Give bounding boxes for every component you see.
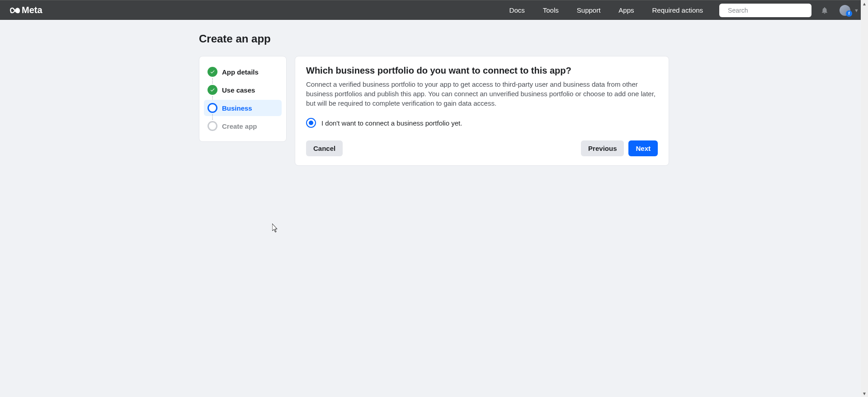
- check-circle-icon: [208, 67, 217, 77]
- infinity-icon: [9, 5, 21, 16]
- step-label: Create app: [222, 122, 257, 130]
- pending-step-icon: [208, 121, 217, 131]
- page-title: Create an app: [199, 33, 669, 45]
- previous-button[interactable]: Previous: [581, 140, 624, 156]
- option-no-portfolio[interactable]: I don't want to connect a business portf…: [306, 118, 658, 128]
- check-circle-icon: [208, 85, 217, 95]
- nav-required-actions[interactable]: Required actions: [652, 6, 703, 14]
- card-title: Which business portfolio do you want to …: [306, 65, 658, 76]
- nav-docs[interactable]: Docs: [509, 6, 525, 14]
- radio-selected-icon: [306, 118, 316, 128]
- scrollbar[interactable]: ▲ ▼: [861, 0, 868, 178]
- search-icon: [724, 7, 724, 14]
- nav-links: Docs Tools Support Apps Required actions: [509, 6, 703, 14]
- brand-text: Meta: [22, 5, 42, 15]
- scroll-up-icon[interactable]: ▲: [861, 0, 868, 7]
- card-description: Connect a verified business portfolio to…: [306, 79, 658, 108]
- cancel-button[interactable]: Cancel: [306, 140, 343, 156]
- chevron-down-icon[interactable]: ▼: [854, 8, 859, 13]
- steps-sidebar: App details Use cases Business: [199, 56, 287, 142]
- step-app-details[interactable]: App details: [204, 64, 282, 80]
- step-label: Business: [222, 104, 252, 112]
- main-content-card: Which business portfolio do you want to …: [295, 56, 669, 166]
- top-navigation-bar: Meta Docs Tools Support Apps Required ac…: [0, 0, 868, 20]
- next-button[interactable]: Next: [628, 140, 658, 156]
- nav-support[interactable]: Support: [577, 6, 601, 14]
- radio-label: I don't want to connect a business portf…: [321, 119, 462, 127]
- notifications-icon[interactable]: [821, 6, 829, 14]
- step-use-cases[interactable]: Use cases: [204, 82, 282, 98]
- user-avatar[interactable]: f: [840, 5, 850, 16]
- meta-logo[interactable]: Meta: [9, 5, 42, 16]
- current-step-icon: [208, 103, 217, 113]
- nav-apps[interactable]: Apps: [618, 6, 634, 14]
- step-label: App details: [222, 68, 259, 76]
- step-business[interactable]: Business: [204, 100, 282, 116]
- topbar-right: f ▼: [821, 5, 859, 16]
- step-label: Use cases: [222, 86, 255, 94]
- facebook-badge-icon: f: [846, 10, 852, 17]
- nav-tools[interactable]: Tools: [543, 6, 559, 14]
- search-box[interactable]: [719, 4, 811, 17]
- search-input[interactable]: [728, 7, 807, 14]
- step-create-app: Create app: [204, 118, 282, 134]
